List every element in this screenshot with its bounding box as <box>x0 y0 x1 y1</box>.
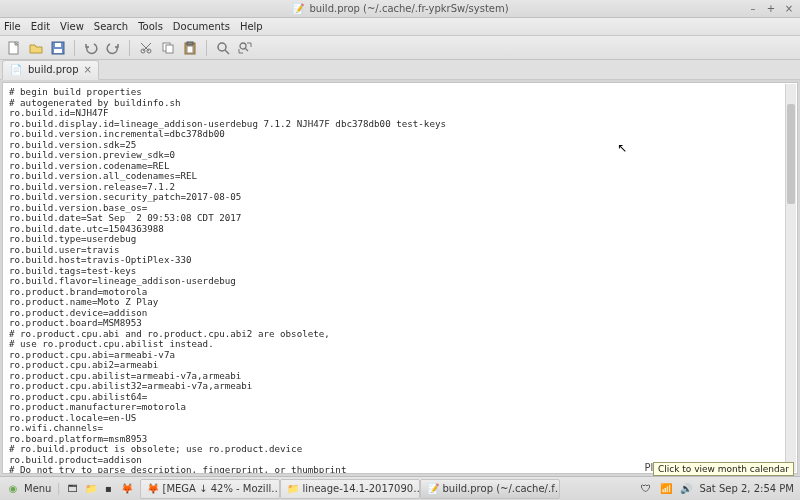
tab-close-button[interactable]: × <box>83 64 91 75</box>
window-title: build.prop (~/.cache/.fr-ypkrSw/system) <box>309 3 508 14</box>
taskbar-app-label: build.prop (~/.cache/.f… <box>443 483 560 494</box>
tab-bar: 📄 build.prop × <box>0 60 800 80</box>
taskbar-app-label: [MEGA ↓ 42% - Mozill… <box>163 483 280 494</box>
title-bar: 📝 build.prop (~/.cache/.fr-ypkrSw/system… <box>0 0 800 18</box>
taskbar-app-label: lineage-14.1-2017090… <box>303 483 420 494</box>
minimize-button[interactable]: – <box>746 1 760 15</box>
toolbar-separator <box>129 40 130 56</box>
editor-area: # begin build properties # autogenerated… <box>2 82 798 474</box>
menu-edit[interactable]: Edit <box>31 21 50 32</box>
toolbar-separator <box>74 40 75 56</box>
calendar-tooltip: Click to view month calendar <box>653 462 794 476</box>
menu-view[interactable]: View <box>60 21 84 32</box>
menu-tools[interactable]: Tools <box>138 21 163 32</box>
menu-file[interactable]: File <box>4 21 21 32</box>
save-file-button[interactable] <box>48 38 68 58</box>
svg-rect-2 <box>54 49 62 53</box>
volume-icon[interactable]: 🔊 <box>679 482 693 496</box>
menu-help[interactable]: Help <box>240 21 263 32</box>
editor-content[interactable]: # begin build properties # autogenerated… <box>3 83 797 473</box>
cut-button[interactable] <box>136 38 156 58</box>
undo-button[interactable] <box>81 38 101 58</box>
system-tray: 🛡 📶 🔊 Sat Sep 2, 2:54 PM <box>633 482 800 496</box>
firefox-icon[interactable]: 🦊 <box>120 482 134 496</box>
svg-rect-11 <box>187 42 193 45</box>
close-window-button[interactable]: × <box>782 1 796 15</box>
menu-bar: File Edit View Search Tools Documents He… <box>0 18 800 36</box>
paste-button[interactable] <box>180 38 200 58</box>
svg-rect-12 <box>187 46 193 53</box>
show-desktop-icon[interactable]: 🗔 <box>66 482 80 496</box>
firefox-icon: 🦊 <box>147 482 159 496</box>
find-replace-button[interactable] <box>235 38 255 58</box>
taskbar-app-gedit[interactable]: 📝 build.prop (~/.cache/.f… <box>420 479 560 499</box>
mint-menu-icon[interactable]: ◉ <box>6 482 20 496</box>
document-icon: 📄 <box>9 63 23 77</box>
app-icon: 📝 <box>291 2 305 16</box>
taskbar-separator: │ <box>55 483 61 494</box>
toolbar-separator <box>206 40 207 56</box>
svg-rect-9 <box>166 45 173 53</box>
text-editor-icon: 📝 <box>427 482 439 496</box>
svg-point-15 <box>240 43 246 49</box>
new-file-button[interactable] <box>4 38 24 58</box>
menu-documents[interactable]: Documents <box>173 21 230 32</box>
taskbar-app-filemanager[interactable]: 📁 lineage-14.1-2017090… <box>280 479 420 499</box>
toolbar <box>0 36 800 60</box>
redo-button[interactable] <box>103 38 123 58</box>
taskbar: ◉ Menu │ 🗔 📁 ▪ 🦊 🦊 [MEGA ↓ 42% - Mozill…… <box>0 476 800 500</box>
tab-build-prop[interactable]: 📄 build.prop × <box>2 60 99 80</box>
folder-icon: 📁 <box>287 482 299 496</box>
menu-button[interactable]: Menu <box>24 483 51 494</box>
svg-point-13 <box>218 43 226 51</box>
svg-line-16 <box>246 48 249 51</box>
network-icon[interactable]: 📶 <box>659 482 673 496</box>
scrollbar-vertical[interactable] <box>785 84 796 472</box>
menu-search[interactable]: Search <box>94 21 128 32</box>
taskbar-app-firefox[interactable]: 🦊 [MEGA ↓ 42% - Mozill… <box>140 479 280 499</box>
tab-label: build.prop <box>28 64 78 75</box>
svg-rect-3 <box>55 43 61 47</box>
svg-line-14 <box>225 50 229 54</box>
find-button[interactable] <box>213 38 233 58</box>
open-file-button[interactable] <box>26 38 46 58</box>
clock[interactable]: Sat Sep 2, 2:54 PM <box>699 483 794 494</box>
copy-button[interactable] <box>158 38 178 58</box>
scrollbar-thumb[interactable] <box>787 104 795 204</box>
file-manager-icon[interactable]: 📁 <box>84 482 98 496</box>
terminal-icon[interactable]: ▪ <box>102 482 116 496</box>
maximize-button[interactable]: + <box>764 1 778 15</box>
shield-icon[interactable]: 🛡 <box>639 482 653 496</box>
